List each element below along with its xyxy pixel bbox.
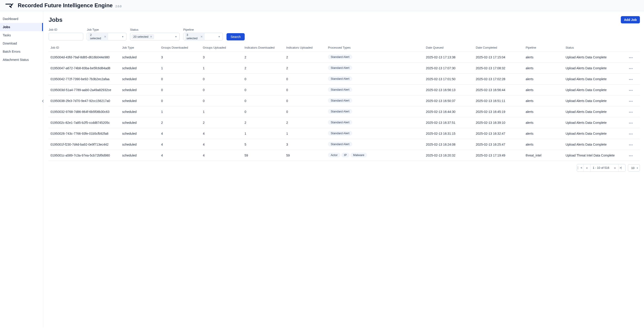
- chevron-down-icon: ▾: [217, 35, 221, 38]
- chevron-down-icon: ▾: [174, 35, 178, 38]
- filter-label: Status: [130, 28, 180, 31]
- chip-clear-icon[interactable]: ✕: [150, 35, 152, 38]
- col-header: Date Completed: [474, 44, 524, 52]
- page-header: Jobs Add Job: [49, 16, 640, 23]
- processed-type-tag: Standard Alert: [328, 65, 352, 70]
- cell-date-queued: 2025-02-13 17:13:38: [424, 52, 474, 63]
- row-actions-button[interactable]: [628, 111, 634, 114]
- col-header: Indicators Uploaded: [284, 44, 326, 52]
- cell-pipeline: alerts: [524, 139, 564, 150]
- sidebar-item-jobs[interactable]: Jobs: [0, 23, 43, 31]
- cell-actions: [622, 52, 640, 63]
- cell-date-queued: 2025-02-13 16:56:13: [424, 84, 474, 95]
- cell-processed-types: Standard Alert: [326, 139, 424, 150]
- cell-date-completed: 2025-02-13 16:39:10: [474, 117, 524, 128]
- row-actions-button[interactable]: [628, 56, 634, 59]
- pager-first-button[interactable]: ⎸<: [577, 164, 584, 172]
- cell-date-queued: 2025-02-13 16:44:30: [424, 106, 474, 117]
- cell-date-queued: 2025-02-13 16:24:08: [424, 139, 474, 150]
- row-actions-button[interactable]: [628, 67, 634, 70]
- row-actions-button[interactable]: [628, 144, 634, 146]
- cell-date-completed: 2025-02-13 16:32:47: [474, 128, 524, 139]
- processed-type-tag: Standard Alert: [328, 109, 352, 114]
- app-header: Recorded Future Intelligence Engine 2.0.…: [0, 0, 644, 11]
- row-actions-button[interactable]: [628, 122, 634, 124]
- col-header: Job ID: [49, 44, 120, 52]
- status-select[interactable]: 20 selected ✕ ▾: [130, 33, 180, 40]
- cell-job-type: scheduled: [120, 106, 159, 117]
- sidebar-item-download[interactable]: Download: [0, 39, 43, 47]
- cell-job-type: scheduled: [120, 84, 159, 95]
- add-job-button[interactable]: Add Job: [621, 16, 640, 23]
- cell-date-queued: 2025-02-13 16:20:32: [424, 150, 474, 161]
- chevron-right-icon: >: [614, 166, 616, 170]
- cell-indicators-uploaded: 59: [284, 150, 326, 161]
- processed-type-tag: Standard Alert: [328, 54, 352, 59]
- pipeline-select[interactable]: 3 selected ✕ ▾: [183, 33, 223, 40]
- sidebar-item-tasks[interactable]: Tasks: [0, 31, 43, 39]
- sidebar-item-attachment-status[interactable]: Attachment Status: [0, 56, 43, 64]
- cell-pipeline: alerts: [524, 106, 564, 117]
- sidebar-collapse-button[interactable]: [41, 97, 45, 105]
- job-type-select[interactable]: 2 selected ✕ ▾: [87, 33, 126, 40]
- col-header: Processed Types: [326, 44, 424, 52]
- pager-next-button[interactable]: >: [612, 164, 618, 172]
- cell-groups-uploaded: 4: [201, 150, 243, 161]
- cell-groups-downloaded: 0: [159, 74, 201, 84]
- sidebar-item-dashboard[interactable]: Dashboard: [0, 15, 43, 23]
- cell-groups-uploaded: 0: [201, 95, 243, 106]
- more-horizontal-icon: [629, 134, 630, 134]
- select-chip: 3 selected ✕: [185, 32, 204, 41]
- cell-indicators-downloaded: 0: [243, 95, 284, 106]
- select-chip: 2 selected ✕: [88, 32, 108, 41]
- cell-groups-downloaded: 0: [159, 95, 201, 106]
- cell-processed-types: Standard Alert: [326, 95, 424, 106]
- cell-groups-uploaded: 3: [201, 52, 243, 63]
- cell-status: Upload Alerts Data Complete: [564, 106, 622, 117]
- cell-groups-uploaded: 4: [201, 128, 243, 139]
- pager-last-button[interactable]: >⎸: [618, 164, 625, 172]
- row-actions-button[interactable]: [628, 133, 634, 135]
- filter-status: Status 20 selected ✕ ▾: [130, 28, 180, 40]
- chip-clear-icon[interactable]: ✕: [104, 35, 106, 38]
- cell-indicators-downloaded: 0: [243, 84, 284, 95]
- table-row: 0195004d-43fd-79af-8d85-d616b044e980sche…: [49, 52, 640, 63]
- more-horizontal-icon: [629, 112, 630, 113]
- pager-range-text: 1 - 10 of 516: [590, 164, 612, 172]
- job-id-input[interactable]: [49, 33, 83, 40]
- last-page-icon: >⎸: [620, 166, 624, 170]
- chip-text: 20 selected: [133, 35, 148, 38]
- cell-pipeline: alerts: [524, 63, 564, 74]
- cell-job-id: 0195003d-51a4-7789-aab0-2a49a82932ce: [49, 84, 120, 95]
- cell-groups-downloaded: 0: [159, 84, 201, 95]
- search-button[interactable]: Search: [226, 33, 245, 40]
- page-size-select[interactable]: 10 ▾: [628, 164, 640, 172]
- processed-type-tag: Malware: [350, 153, 367, 157]
- cell-status: Upload Alerts Data Complete: [564, 52, 622, 63]
- sidebar-item-batch-errors[interactable]: Batch Errors: [0, 47, 43, 56]
- pager-prev-button[interactable]: <: [584, 164, 590, 172]
- chip-text: 3 selected: [186, 33, 199, 40]
- cell-processed-types: Standard Alert: [326, 106, 424, 117]
- cell-date-queued: 2025-02-13 17:07:30: [424, 63, 474, 74]
- pagination: ⎸< < 1 - 10 of 516 > >⎸ 10 ▾: [49, 164, 640, 172]
- cell-job-type: scheduled: [120, 117, 159, 128]
- row-actions-button[interactable]: [628, 78, 634, 81]
- cell-status: Upload Alerts Data Complete: [564, 128, 622, 139]
- cell-indicators-uploaded: 2: [284, 63, 326, 74]
- row-actions-button[interactable]: [628, 100, 634, 103]
- cell-job-type: scheduled: [120, 128, 159, 139]
- chip-clear-icon[interactable]: ✕: [200, 35, 203, 38]
- cell-groups-downloaded: 1: [159, 106, 201, 117]
- more-horizontal-icon: [629, 68, 630, 69]
- row-actions-button[interactable]: [628, 89, 634, 92]
- cell-status: Upload Alerts Data Complete: [564, 95, 622, 106]
- cell-groups-downloaded: 4: [159, 150, 201, 161]
- cell-date-completed: 2025-02-13 16:56:44: [474, 84, 524, 95]
- row-actions-button[interactable]: [628, 154, 634, 157]
- cell-groups-downloaded: 4: [159, 128, 201, 139]
- col-header: Pipeline: [524, 44, 564, 52]
- cell-groups-downloaded: 2: [159, 117, 201, 128]
- chevron-down-icon: ▾: [637, 167, 638, 169]
- cell-groups-downloaded: 4: [159, 139, 201, 150]
